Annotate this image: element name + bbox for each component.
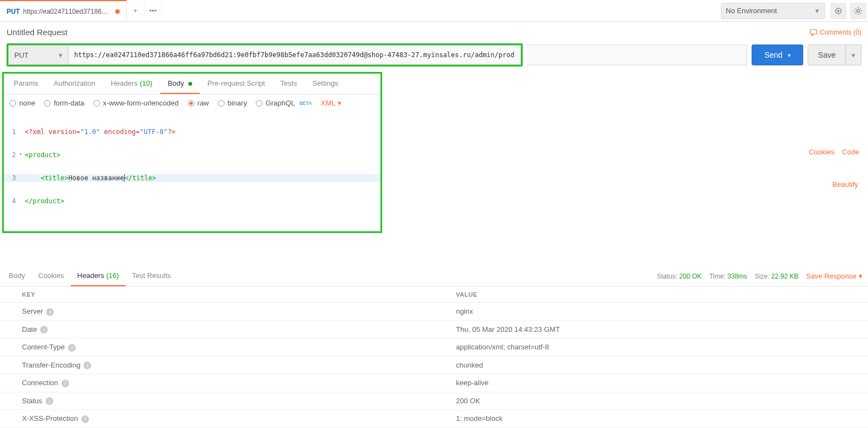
tab-headers[interactable]: Headers (10) [103,74,160,94]
svg-rect-3 [810,30,817,34]
col-key: KEY [0,287,434,303]
header-key: Serveri [0,303,434,321]
resp-tab-cookies[interactable]: Cookies [32,266,71,286]
http-method-select[interactable]: PUT [8,45,69,65]
request-title[interactable]: Untitled Request [7,27,810,37]
body-binary-radio[interactable]: binary [218,99,247,107]
url-input[interactable] [69,45,521,65]
unsaved-dot-icon [115,9,120,14]
col-value: VALUE [434,287,869,303]
header-value: keep-alive [434,374,869,392]
chevron-down-icon: ▾ [338,99,341,107]
method-url-highlight: PUT [7,43,523,66]
tab-authorization[interactable]: Authorization [46,74,103,94]
table-row: Content-Typeiapplication/xml; charset=ut… [0,338,868,357]
header-key: Content-Typei [0,338,434,357]
header-key: Connectioni [0,374,434,392]
tab-label: https://ea0247110ed371866a4... [23,8,111,15]
body-urlencoded-radio[interactable]: x-www-form-urlencoded [93,99,179,107]
body-raw-radio[interactable]: raw [188,99,209,107]
tab-method: PUT [7,8,20,15]
table-row: X-XSS-Protectioni1; mode=block [0,410,868,428]
save-button[interactable]: Save [808,45,846,65]
header-key: Statusi [0,392,434,410]
table-row: DateiThu, 05 Mar 2020 14:43:23 GMT [0,320,868,338]
save-response-button[interactable]: Save Response ▾ [806,272,863,280]
body-changed-dot-icon [188,82,192,86]
resp-tab-testresults[interactable]: Test Results [126,266,178,286]
svg-point-1 [837,10,839,12]
comment-icon [810,29,817,36]
tab-body[interactable]: Body [160,74,200,94]
header-key: Datei [0,320,434,338]
url-spacer [527,45,747,65]
header-key: Transfer-Encodingi [0,356,434,374]
svg-point-2 [857,9,860,12]
header-key: X-XSS-Protectioni [0,410,434,428]
body-editor[interactable]: 1 <?xml version="1.0" encoding="UTF-8"?>… [4,112,380,231]
tab-overflow-button[interactable]: ••• [144,2,162,20]
chevron-down-icon: ▾ [859,272,863,280]
header-value: Thu, 05 Mar 2020 14:43:23 GMT [434,320,869,338]
info-icon[interactable]: i [46,397,53,405]
table-row: Serveringinx [0,303,868,321]
table-row: Connectionikeep-alive [0,374,868,392]
info-icon[interactable]: i [46,308,54,316]
env-quicklook-icon[interactable] [830,3,847,19]
body-graphql-radio[interactable]: GraphQLBETA [256,99,312,107]
info-icon[interactable]: i [40,326,48,333]
top-bar: PUT https://ea0247110ed371866a4... + •••… [0,0,868,22]
resp-tab-headers[interactable]: Headers (16) [71,266,126,286]
save-dropdown-button[interactable]: ▾ [846,45,861,65]
body-none-radio[interactable]: none [9,99,35,107]
info-icon[interactable]: i [83,362,91,369]
response-size: 22.92 KB [771,273,798,280]
tab-prerequest[interactable]: Pre-request Script [200,74,273,94]
tab-settings[interactable]: Settings [305,74,346,94]
request-body-highlight: Params Authorization Headers (10) Body P… [2,72,382,233]
body-formdata-radio[interactable]: form-data [44,99,85,107]
settings-gear-icon[interactable] [850,3,866,19]
table-row: Transfer-Encodingichunked [0,356,868,374]
header-value: chunked [434,356,869,374]
body-format-select[interactable]: XML ▾ [321,99,341,107]
header-value: 1; mode=block [434,410,869,428]
tab-tests[interactable]: Tests [273,74,305,94]
send-button[interactable]: Send [752,45,803,65]
beautify-link[interactable]: Beautify [832,180,868,188]
response-status: 200 OK [679,273,702,280]
request-tab[interactable]: PUT https://ea0247110ed371866a4... [0,0,127,21]
response-headers-table: KEY VALUE ServeringinxDateiThu, 05 Mar 2… [0,287,868,428]
environment-select[interactable]: No Environment [721,3,825,19]
new-tab-button[interactable]: + [127,2,144,20]
info-icon[interactable]: i [81,415,89,423]
resp-tab-body[interactable]: Body [2,266,32,286]
info-icon[interactable]: i [61,380,69,387]
code-link[interactable]: Code [842,148,859,156]
info-icon[interactable]: i [68,344,76,352]
comments-button[interactable]: Comments (0) [810,29,861,36]
response-time: 338ms [727,273,747,280]
header-value: 200 OK [434,392,869,410]
cookies-link[interactable]: Cookies [809,148,835,156]
header-value: nginx [434,303,869,321]
tab-params[interactable]: Params [6,74,46,94]
header-value: application/xml; charset=utf-8 [434,338,869,357]
table-row: Statusi200 OK [0,392,868,410]
